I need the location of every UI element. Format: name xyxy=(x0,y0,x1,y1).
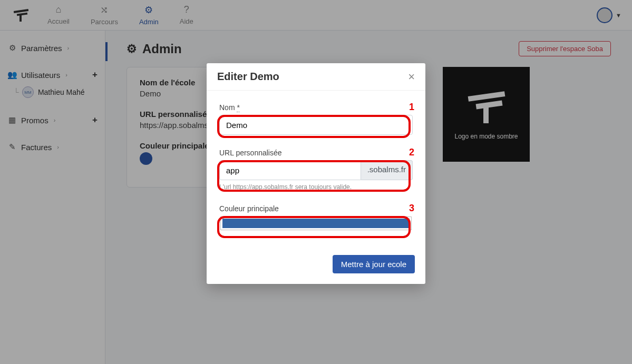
modal-title: Editer Demo xyxy=(217,71,279,83)
color-label: Couleur principale xyxy=(219,204,413,213)
edit-school-modal: Editer Demo × Nom * 1 URL personnalisée … xyxy=(207,63,425,284)
name-label: Nom * xyxy=(219,103,413,112)
annotation-number: 1 xyxy=(409,102,414,113)
url-suffix: .sobalms.fr xyxy=(361,160,413,180)
color-input[interactable] xyxy=(221,217,411,230)
close-icon[interactable]: × xyxy=(408,71,415,83)
url-input[interactable] xyxy=(219,160,361,180)
modal-overlay: Editer Demo × Nom * 1 URL personnalisée … xyxy=(0,0,632,364)
annotation-number: 2 xyxy=(409,147,414,158)
url-label: URL personnalisée xyxy=(219,149,413,157)
url-help-text: L'url https://app.sobalms.fr sera toujou… xyxy=(219,183,413,191)
annotation-number: 3 xyxy=(409,203,414,214)
name-input[interactable] xyxy=(219,115,413,135)
submit-button[interactable]: Mettre à jour ecole xyxy=(333,255,415,273)
